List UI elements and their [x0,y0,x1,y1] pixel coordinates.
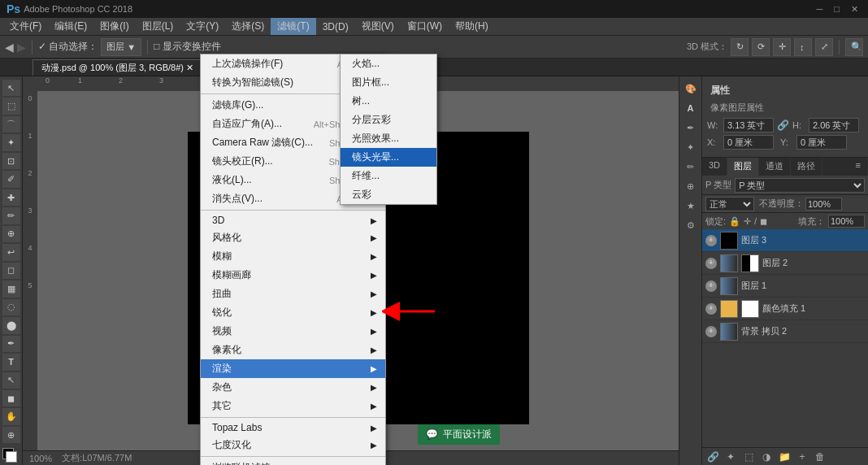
submenu-clouds[interactable]: 云彩 [341,185,436,204]
ri-clone[interactable]: ⊕ [682,177,700,195]
submenu-clouds-diff[interactable]: 分层云彩 [341,111,436,129]
layer-item[interactable]: 👁 图层 2 [702,252,868,275]
ri-marker[interactable]: ✦ [682,138,700,156]
layer-visibility[interactable]: 👁 [705,326,717,337]
menu-blur-gallery[interactable]: 模糊画廊 ▶ [201,266,385,285]
layer-visibility[interactable]: 👁 [705,258,717,269]
add-layer-btn[interactable]: + [795,450,809,464]
ri-eyedropper[interactable]: 🎨 [682,80,700,98]
kind-select[interactable]: P 类型 [735,178,865,193]
tool-gradient[interactable]: ▦ [2,280,20,297]
titlebar-controls[interactable]: ─ □ ✕ [814,4,861,15]
tab-3d[interactable]: 3D [702,158,727,176]
3d-slide-btn[interactable]: ↕ [794,38,812,56]
3d-roll-btn[interactable]: ⟳ [752,38,770,56]
menu-7d[interactable]: 七度汉化 ▶ [201,436,385,454]
layer-visibility[interactable]: 👁 [705,280,717,292]
blend-mode-select[interactable]: 正常 [705,197,754,211]
menu-select[interactable]: 选择(S) [225,18,271,35]
menu-other[interactable]: 其它 ▶ [201,397,385,415]
menu-render[interactable]: 渲染 ▶ [201,359,385,378]
tool-shape[interactable]: ◼ [2,390,20,406]
layer-item[interactable]: 👁 图层 3 [702,229,868,252]
submenu-lighting[interactable]: 光照效果... [341,129,436,148]
menu-3d[interactable]: 3D ▶ [201,212,385,228]
3d-pan-btn[interactable]: ✛ [773,38,791,56]
prop-w-input[interactable] [723,118,774,133]
ri-text[interactable]: A [682,99,700,117]
tool-eraser[interactable]: ◻ [2,263,20,279]
tool-magic-wand[interactable]: ✦ [2,134,20,150]
menu-3d[interactable]: 3D(D) [316,20,355,34]
menu-sharpen[interactable]: 锐化 ▶ [201,303,385,322]
submenu-tree[interactable]: 树... [341,92,436,111]
submenu-picture-frame[interactable]: 图片框... [341,73,436,92]
tool-path-select[interactable]: ↖ [2,372,20,389]
tool-heal[interactable]: ✚ [2,189,20,206]
menu-image[interactable]: 图像(I) [93,18,135,35]
menu-browse-filters[interactable]: 浏览联机滤镜... [201,458,385,465]
layer-option-btn[interactable]: 图层 ▼ [101,38,141,56]
tool-hand[interactable]: ✋ [2,408,20,424]
menu-file[interactable]: 文件(F) [3,18,48,35]
menu-help[interactable]: 帮助(H) [449,18,495,35]
menu-distort[interactable]: 扭曲 ▶ [201,285,385,303]
tool-blur[interactable]: ◌ [2,299,20,315]
tool-pen[interactable]: ✒ [2,336,20,352]
tab-channels[interactable]: 通道 [759,158,791,176]
tool-crop[interactable]: ⊡ [2,153,20,169]
menu-pixelate[interactable]: 像素化 ▶ [201,341,385,359]
close-btn[interactable]: ✕ [848,4,861,15]
prop-y-input[interactable] [796,135,847,150]
submenu-fibers[interactable]: 纤维... [341,167,436,185]
opacity-input[interactable] [805,198,842,211]
menu-view[interactable]: 视图(V) [355,18,401,35]
submenu-flame[interactable]: 火焰... [341,54,436,73]
add-mask-btn[interactable]: ⬚ [741,450,756,464]
menu-filter[interactable]: 滤镜(T) [271,18,315,35]
tool-move[interactable]: ↖ [2,80,20,96]
add-style-btn[interactable]: ✦ [723,450,738,464]
menu-topaz[interactable]: Topaz Labs ▶ [201,419,385,436]
lock-art-icon[interactable]: ◼ [760,216,767,227]
ri-settings[interactable]: ⚙ [682,216,700,234]
tool-marquee[interactable]: ⬚ [2,98,20,114]
lock-pixel-icon[interactable]: / [754,216,757,226]
menu-text[interactable]: 文字(Y) [180,18,225,35]
3d-rotate-btn[interactable]: ↻ [731,38,749,56]
layer-visibility[interactable]: 👁 [705,235,717,246]
tab-paths[interactable]: 路径 [791,158,822,176]
ri-pen[interactable]: ✒ [682,119,700,137]
add-group-btn[interactable]: 📁 [777,450,792,464]
color-swatches[interactable] [2,448,20,462]
tool-eyedropper[interactable]: ✐ [2,171,20,187]
layer-item[interactable]: 👁 图层 1 [702,275,868,298]
toolbar-forward-btn[interactable]: ▶ [17,41,26,54]
ri-brush[interactable]: ✏ [682,158,700,176]
3d-scale-btn[interactable]: ⤢ [815,38,833,56]
layer-item[interactable]: 👁 背景 拷贝 2 [702,320,868,343]
toolbar-back-btn[interactable]: ◀ [5,41,14,54]
tool-lasso[interactable]: ⌒ [2,116,20,133]
layer-visibility[interactable]: 👁 [705,303,717,315]
tool-clone[interactable]: ⊕ [2,226,20,242]
tool-brush[interactable]: ✏ [2,207,20,224]
layer-item[interactable]: 👁 颜色填充 1 [702,298,868,320]
tool-text[interactable]: T [2,354,20,370]
fill-input[interactable] [828,215,865,228]
menu-layer[interactable]: 图层(L) [136,18,180,35]
minimize-btn[interactable]: ─ [814,4,827,15]
doc-tab[interactable]: 动漫.psd @ 100% (图层 3, RGB/8#) ✕ [33,59,202,76]
menu-blur[interactable]: 模糊 ▶ [201,247,385,266]
tool-history-brush[interactable]: ↩ [2,244,20,260]
tool-dodge[interactable]: ⬤ [2,317,20,333]
search-btn[interactable]: 🔍 [845,38,863,56]
ri-star[interactable]: ★ [682,197,700,215]
tool-zoom[interactable]: ⊕ [2,427,20,443]
menu-window[interactable]: 窗口(W) [401,18,449,35]
maximize-btn[interactable]: □ [831,4,843,15]
submenu-lens-flare[interactable]: 镜头光晕... [341,148,436,167]
menu-edit[interactable]: 编辑(E) [48,18,93,35]
lock-pos-icon[interactable]: ✛ [744,216,751,227]
layers-menu-btn[interactable]: ≡ [849,158,868,176]
